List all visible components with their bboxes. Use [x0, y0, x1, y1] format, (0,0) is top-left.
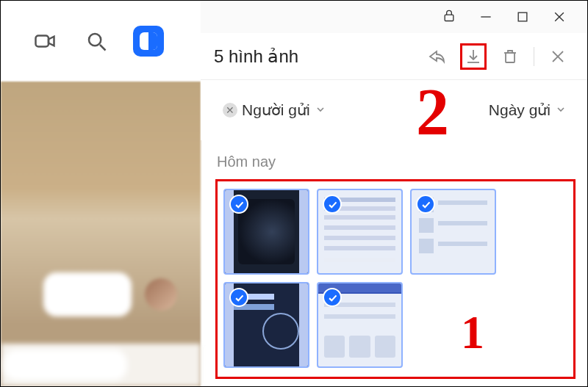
svg-rect-5 [518, 12, 527, 21]
clear-sender-icon[interactable]: ✕ [223, 103, 237, 117]
media-thumbnail[interactable] [317, 282, 403, 368]
delete-button[interactable] [497, 43, 523, 70]
media-count-title: 5 hình ảnh [214, 46, 423, 67]
close-panel-button[interactable] [545, 43, 571, 70]
media-thumbnail[interactable] [317, 189, 403, 275]
svg-line-2 [100, 45, 106, 51]
window-minimize-button[interactable] [478, 10, 493, 24]
svg-rect-0 [36, 36, 49, 47]
chevron-down-icon [315, 101, 326, 119]
section-today-label: Hôm nay [217, 153, 576, 170]
selected-check-icon[interactable] [229, 195, 248, 214]
avatar [145, 278, 177, 311]
selected-check-icon[interactable] [323, 288, 342, 307]
annotation-step-1: 1 [461, 305, 484, 360]
window-titlebar [201, 1, 587, 33]
chat-background [1, 82, 201, 386]
media-panel: 5 hình ảnh ✕ Người gửi [201, 1, 587, 386]
media-grid [223, 189, 569, 368]
selected-check-icon[interactable] [416, 195, 435, 214]
download-button[interactable] [460, 43, 487, 70]
media-header: 5 hình ảnh [201, 33, 587, 80]
media-thumbnail[interactable] [223, 282, 309, 368]
filter-sender-label: Người gửi [242, 101, 310, 119]
lock-icon [442, 8, 456, 26]
filter-sender[interactable]: ✕ Người gửi [223, 101, 326, 119]
media-area: Hôm nay [201, 140, 587, 386]
chevron-down-icon [555, 101, 567, 119]
selected-check-icon[interactable] [323, 195, 342, 214]
left-toolbar [1, 1, 201, 82]
filter-date-label: Ngày gửi [489, 101, 551, 119]
filter-bar: ✕ Người gửi Ngày gửi [201, 80, 587, 140]
selection-highlight [215, 179, 576, 379]
window-maximize-button[interactable] [515, 10, 530, 24]
share-button[interactable] [423, 43, 450, 70]
svg-rect-3 [445, 15, 453, 21]
filter-date[interactable]: Ngày gửi [489, 101, 567, 119]
chat-bubble [4, 350, 127, 380]
video-call-icon[interactable] [30, 26, 60, 56]
svg-point-1 [89, 34, 101, 46]
selected-check-icon[interactable] [229, 288, 248, 307]
window-close-button[interactable] [552, 10, 567, 24]
annotation-step-2: 2 [416, 74, 449, 150]
separator [534, 47, 534, 66]
svg-rect-8 [506, 53, 514, 62]
media-actions [423, 43, 571, 70]
media-thumbnail[interactable] [410, 189, 496, 275]
chat-bubble [43, 272, 132, 317]
left-pane [1, 1, 201, 386]
search-icon[interactable] [82, 26, 111, 56]
media-thumbnail[interactable] [223, 189, 309, 275]
panel-toggle-button[interactable] [133, 26, 164, 57]
